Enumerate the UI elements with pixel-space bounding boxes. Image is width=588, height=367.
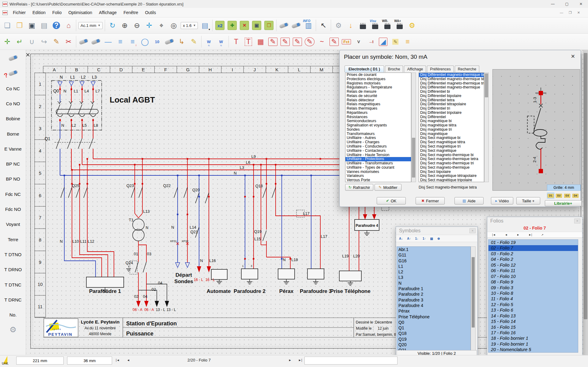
tab-pr-f-rences[interactable]: Préférences	[427, 66, 454, 72]
next-folio-icon[interactable]: ►	[517, 233, 519, 236]
symbol-item[interactable]: Parafoudre 4	[397, 303, 470, 308]
folio-item[interactable]: 09 - Folio 3	[488, 285, 578, 290]
folio-item[interactable]: 07 - Folio 10	[488, 274, 578, 279]
list-item[interactable]: Variateurs	[345, 174, 411, 178]
folio-item[interactable]: 13 - Folio 6	[488, 307, 578, 313]
list-item[interactable]: Relais magnétiques	[345, 102, 411, 107]
menu-fichier[interactable]: Fichier	[9, 9, 29, 17]
folio-item[interactable]: 15 - Folio 14	[488, 319, 578, 324]
info-folio-icon[interactable]: ▥INFO	[302, 19, 315, 32]
settings-icon[interactable]: ⚙	[332, 19, 345, 32]
symbol-item[interactable]: Q20	[397, 342, 470, 347]
close-button[interactable]: ✕	[574, 0, 588, 8]
list-item[interactable]: Disj Sect magnétique tri	[419, 144, 484, 149]
list-item[interactable]: Disj Différentiel magneto-thermique bi	[419, 73, 484, 77]
settings-gold-icon[interactable]: ⚙	[406, 19, 418, 32]
folio-item[interactable]: 11 - Folio 4	[488, 296, 578, 301]
folio-item[interactable]: 10 - Folio 8	[488, 290, 578, 296]
list-item[interactable]: Disj Sect magneto-thermique	[419, 166, 484, 170]
image-insert-icon[interactable]: ◢	[377, 35, 389, 48]
list-item[interactable]: Unifilaire - Autres	[345, 136, 411, 140]
bend-icon[interactable]: ↳	[175, 35, 188, 48]
list-item[interactable]: Unifilaire - Protections	[345, 157, 411, 161]
cut-icon[interactable]: ✂	[62, 35, 75, 48]
taille-button[interactable]: Taille +	[516, 197, 540, 204]
folio-copy-icon[interactable]: ❐	[263, 19, 275, 32]
symbols-scrollbar[interactable]	[471, 246, 476, 350]
node-circle-icon[interactable]: ◯	[139, 35, 151, 48]
symbol-family-list[interactable]: Prises de courantProtections électriques…	[345, 73, 411, 182]
sidebar-item-bp-no[interactable]: BP NO	[0, 176, 26, 182]
folio-item[interactable]: 08 - Folio 9	[488, 279, 578, 285]
pencil-yellow-icon[interactable]: ✎	[188, 35, 200, 48]
move-symbol-icon[interactable]: ✛	[1, 35, 13, 48]
next-folio-button[interactable]: ►	[288, 358, 292, 362]
list-item[interactable]: Signalisation et voyants	[345, 123, 411, 128]
cable-edit-icon[interactable]	[290, 19, 302, 32]
sidebar-item-borne[interactable]: Borne	[0, 131, 26, 136]
list-item[interactable]: Résistances	[345, 115, 411, 119]
list-item[interactable]: Protections électriques	[345, 77, 411, 81]
list-item[interactable]: Unifilaire - Haute Tension	[345, 153, 411, 157]
sidebar-item-bp-nc[interactable]: BP NC	[0, 161, 26, 167]
menu-folio[interactable]: Folio	[49, 9, 65, 17]
note-insert-icon[interactable]: ✎	[389, 35, 401, 48]
list-item[interactable]: Relais thermiques	[345, 107, 411, 111]
sidebar-item-t-drno[interactable]: T DRNO	[0, 267, 26, 272]
wire-w2-icon[interactable]: W≈	[215, 35, 227, 48]
list-item[interactable]: Disj Sect magneto-thermique tri	[419, 161, 484, 166]
folio-item[interactable]: 19 - Folio bornier 1	[488, 341, 578, 347]
prev-folio-button[interactable]: ◄	[127, 358, 130, 362]
gear-icon[interactable]: ⚙	[0, 325, 26, 335]
list-item[interactable]: Disj Différentiel tetra	[419, 98, 484, 103]
sort-num-desc-icon[interactable]: 1↑	[423, 237, 426, 240]
child-window-control-0[interactable]: —	[560, 11, 563, 15]
list-item[interactable]: Transformateurs	[345, 132, 411, 136]
folio-item[interactable]: 20 - Nomenclature 5	[488, 347, 578, 352]
librairie-button[interactable]: Librairie+	[545, 200, 582, 206]
text-box-icon[interactable]: T	[242, 35, 254, 48]
conductor-ten-icon[interactable]: 10	[151, 35, 163, 48]
list-item[interactable]: Disj Différentiel magneto-thermique tri	[419, 81, 484, 86]
d-button-d2[interactable]: D2	[555, 193, 563, 199]
list-item[interactable]: Disj magnétique bi	[419, 119, 484, 123]
list-item[interactable]: Unifilaire - Contacteurs	[345, 149, 411, 153]
d-button-d1[interactable]: D1	[547, 193, 554, 199]
d-button-d3[interactable]: D3	[564, 193, 571, 199]
pointer-icon[interactable]: ↖	[317, 19, 330, 32]
menu-outils[interactable]: Outils	[141, 9, 159, 17]
zoom-in-icon[interactable]: ⊕	[119, 19, 131, 32]
last-folio-icon[interactable]: ►|	[529, 233, 532, 236]
place-return-icon[interactable]: ↵	[13, 35, 26, 48]
folio-item[interactable]: 05 - Folio 12	[488, 262, 578, 268]
volt-v-icon[interactable]: V	[352, 35, 365, 48]
zoom-target-icon[interactable]: ⌖	[155, 19, 168, 32]
list-item[interactable]: Disj magnétique tétra	[419, 123, 484, 128]
text-insert-icon[interactable]: T	[230, 35, 242, 48]
prev-folio-icon[interactable]: ◄	[505, 233, 507, 236]
cable-draw3-icon[interactable]	[163, 35, 175, 48]
symbol-item[interactable]: Q18	[397, 331, 470, 336]
zoom-level-dropdown[interactable]: x 1.6▼	[181, 22, 198, 29]
sidebar-item-bobine[interactable]: Bobine	[0, 116, 26, 121]
child-window-control-1[interactable]: ❐	[569, 11, 572, 15]
maximize-button[interactable]: ▢	[560, 0, 574, 8]
help-icon[interactable]: ?	[50, 19, 62, 32]
list-item[interactable]: Disj Différentiel	[419, 115, 484, 119]
symbol-item[interactable]: Q0	[397, 320, 470, 325]
folio-item[interactable]: 03 - Folio 2	[488, 251, 578, 257]
ellipse-pencil-icon[interactable]: ✎	[303, 35, 316, 48]
list-item[interactable]: Disj Différentiel tripolaire	[419, 111, 484, 115]
list-item[interactable]: Disj magnétique tri	[419, 128, 484, 132]
scrollbar-thumb[interactable]	[584, 53, 587, 319]
symbol-item[interactable]: G16	[397, 258, 470, 264]
symbol-item[interactable]: Q19	[397, 336, 470, 342]
symbol-item[interactable]: Parafoudre 2	[397, 291, 470, 297]
symbol-item[interactable]: Abr.1	[397, 247, 470, 252]
list-item[interactable]: Disj Différentiel magneto-thermique tétr…	[419, 77, 484, 81]
list-item[interactable]: Relais de sécurité	[345, 94, 411, 98]
sidebar-item-fdc-no[interactable]: Fdc NO	[0, 207, 26, 212]
print-icon[interactable]: ▤	[38, 19, 50, 32]
component-icon[interactable]	[357, 19, 369, 32]
search-icon[interactable]: ⊕	[437, 237, 440, 240]
